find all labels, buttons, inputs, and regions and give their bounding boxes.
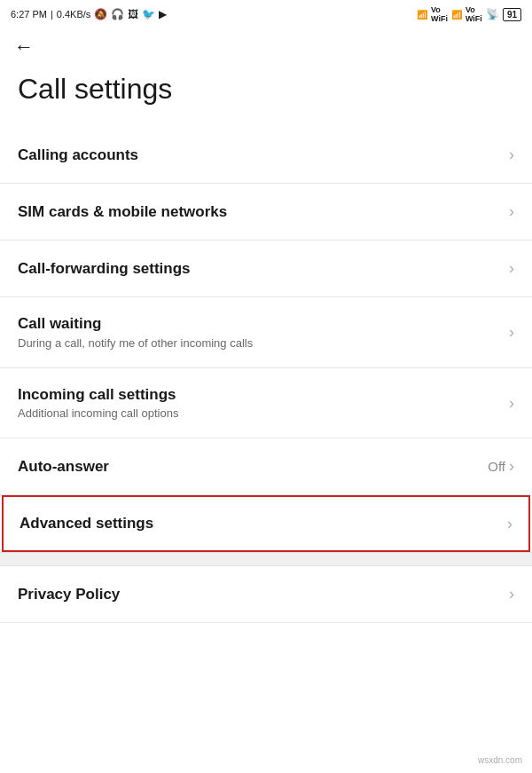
menu-item-advanced-settings[interactable]: Advanced settings › <box>2 495 530 552</box>
menu-item-content: Call waiting During a call, notify me of… <box>18 313 509 351</box>
data-rate: 0.4KB/s <box>57 9 91 20</box>
menu-item-right: › <box>509 323 514 342</box>
menu-item-title: Call-forwarding settings <box>18 258 509 280</box>
menu-item-content: Incoming call settings Additional incomi… <box>18 384 509 422</box>
section-divider <box>0 552 532 566</box>
menu-item-privacy-policy[interactable]: Privacy Policy › <box>0 566 532 623</box>
menu-item-subtitle: Additional incoming call options <box>18 406 509 422</box>
menu-item-content: SIM cards & mobile networks <box>18 201 509 223</box>
menu-item-title: Privacy Policy <box>18 584 509 605</box>
chevron-icon: › <box>507 515 512 533</box>
menu-item-subtitle: During a call, notify me of other incomi… <box>18 336 509 351</box>
status-left: 6:27 PM | 0.4KB/s 🔕 🎧 🖼 🐦 ▶ <box>11 8 167 20</box>
menu-item-right: › <box>509 585 514 603</box>
menu-item-call-waiting[interactable]: Call waiting During a call, notify me of… <box>0 297 532 368</box>
twitter-icon: 🐦 <box>142 8 155 20</box>
data-speed: | <box>51 9 53 20</box>
mute-icon: 🔕 <box>94 8 107 20</box>
menu-list: Calling accounts › SIM cards & mobile ne… <box>0 127 532 552</box>
battery: 91 <box>503 8 521 21</box>
menu-item-title: Call waiting <box>18 313 509 335</box>
time: 6:27 PM <box>11 9 47 20</box>
back-button[interactable]: ← <box>14 37 34 57</box>
signal-icon-2: 📶 <box>451 10 462 20</box>
menu-item-call-forwarding[interactable]: Call-forwarding settings › <box>0 241 532 297</box>
page-title: Call settings <box>0 66 532 127</box>
menu-item-content: Advanced settings <box>20 513 507 534</box>
chevron-icon: › <box>509 585 514 603</box>
menu-item-title: Advanced settings <box>20 513 507 534</box>
status-bar: 6:27 PM | 0.4KB/s 🔕 🎧 🖼 🐦 ▶ 📶 VoWiFi 📶 V… <box>0 0 532 28</box>
menu-item-content: Calling accounts <box>18 145 509 166</box>
menu-item-title: Incoming call settings <box>18 384 509 406</box>
menu-item-content: Auto-answer <box>18 456 488 477</box>
menu-item-right: Off › <box>488 457 514 476</box>
menu-item-title: SIM cards & mobile networks <box>18 201 509 223</box>
menu-item-auto-answer[interactable]: Auto-answer Off › <box>0 438 532 495</box>
chevron-icon: › <box>509 457 514 476</box>
nav-bar: ← <box>0 28 532 66</box>
menu-item-sim-cards[interactable]: SIM cards & mobile networks › <box>0 184 532 241</box>
bottom-menu-list: Privacy Policy › <box>0 566 532 623</box>
menu-item-right: › <box>509 146 514 164</box>
signal-icon: 📶 <box>417 10 427 20</box>
status-right: 📶 VoWiFi 📶 VoWiFi 📡 91 <box>417 5 521 23</box>
vo-wifi-label-2: VoWiFi <box>466 5 482 23</box>
vo-wifi-label: VoWiFi <box>431 5 448 23</box>
menu-item-content: Privacy Policy <box>18 584 509 605</box>
youtube-icon: ▶ <box>159 8 167 20</box>
wifi-icon: 📡 <box>486 8 499 20</box>
menu-item-content: Call-forwarding settings <box>18 258 509 280</box>
watermark: wsxdn.com <box>475 754 525 766</box>
menu-item-calling-accounts[interactable]: Calling accounts › <box>0 127 532 184</box>
chevron-icon: › <box>509 323 514 342</box>
headset-icon: 🎧 <box>111 8 124 20</box>
menu-item-title: Calling accounts <box>18 145 509 166</box>
menu-item-right: › <box>509 394 514 413</box>
auto-answer-value: Off <box>488 459 505 474</box>
chevron-icon: › <box>509 202 514 221</box>
menu-item-right: › <box>509 259 514 278</box>
chevron-icon: › <box>509 394 514 413</box>
menu-item-right: › <box>507 515 512 533</box>
menu-item-incoming-call-settings[interactable]: Incoming call settings Additional incomi… <box>0 368 532 439</box>
chevron-icon: › <box>509 146 514 164</box>
chevron-icon: › <box>509 259 514 278</box>
menu-item-title: Auto-answer <box>18 456 488 477</box>
menu-item-right: › <box>509 202 514 221</box>
gallery-icon: 🖼 <box>128 8 138 20</box>
